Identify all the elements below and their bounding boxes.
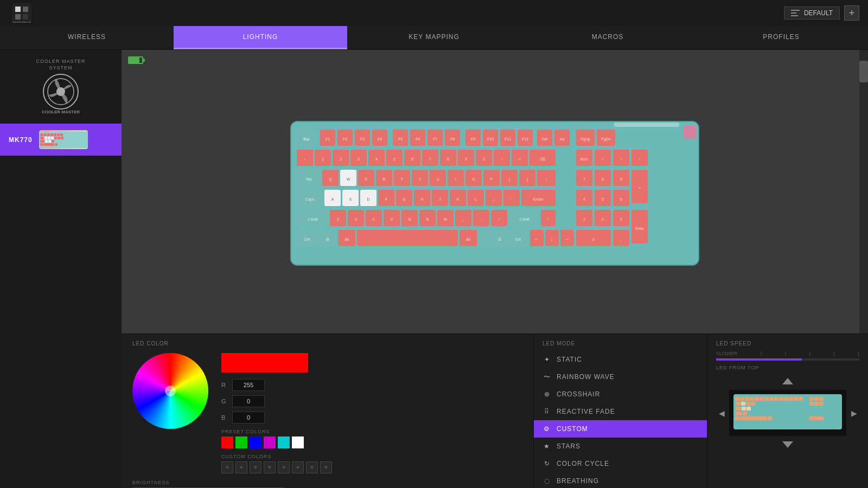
color-preview [221, 353, 308, 373]
topbar-left: MASTERPLUS [9, 0, 35, 26]
svg-text:←: ← [534, 236, 539, 242]
svg-text:T: T [401, 177, 404, 181]
mode-reactive-fade[interactable]: ⠿ REACTIVE FADE [534, 403, 707, 420]
svg-text:.: . [481, 217, 482, 221]
mode-static[interactable]: ✦ STATIC [534, 351, 707, 368]
keyboard-svg: Esc F1 F2 F3 F4 F5 F6 F7 [289, 116, 701, 268]
custom-colors-row: + + + + + + + + [221, 461, 522, 473]
svg-rect-3 [15, 14, 21, 20]
tab-lighting[interactable]: LIGHTING [174, 26, 347, 49]
svg-rect-17 [50, 133, 53, 136]
svg-rect-38 [684, 126, 697, 139]
keyboard-preview-wrapper: ◀ [716, 390, 859, 436]
b-label: B [221, 414, 228, 421]
svg-text:U: U [436, 177, 439, 181]
svg-text:⊞: ⊞ [326, 237, 329, 241]
mode-custom[interactable]: ⚙ CUSTOM [534, 420, 707, 438]
svg-text:Enter: Enter [533, 197, 543, 202]
mode-color-cycle[interactable]: ↻ COLOR CYCLE [534, 455, 707, 472]
r-slider-row: R 255 [221, 379, 522, 391]
svg-rect-34 [55, 143, 58, 146]
svg-text:J: J [439, 197, 441, 201]
svg-text:Enter: Enter [635, 227, 644, 230]
svg-text:F11: F11 [505, 137, 511, 141]
add-profile-button[interactable]: + [844, 5, 859, 21]
profile-selector[interactable]: DEFAULT [784, 7, 840, 20]
topbar: MASTERPLUS DEFAULT + [0, 0, 868, 26]
custom-slot-5[interactable]: + [278, 461, 290, 473]
mode-rainbow-wave[interactable]: 〜 RAINBOW WAVE [534, 368, 707, 386]
svg-text:4: 4 [375, 157, 378, 161]
svg-text:7: 7 [583, 177, 585, 181]
mode-breathing[interactable]: ◌ BREATHING [534, 472, 707, 488]
r-value[interactable]: 255 [232, 379, 265, 391]
svg-rect-244 [769, 397, 774, 401]
svg-rect-243 [764, 397, 769, 401]
scrollbar[interactable] [859, 50, 868, 333]
svg-rect-240 [750, 397, 754, 401]
custom-slot-1[interactable]: + [221, 461, 233, 473]
speed-up-button[interactable] [716, 375, 859, 388]
svg-text:Alt: Alt [466, 237, 470, 241]
masterplus-logo: MASTERPLUS [9, 0, 35, 26]
svg-rect-22 [44, 137, 47, 139]
preset-cyan[interactable] [278, 436, 290, 448]
brightness-section: BRIGHTNESS [132, 480, 522, 488]
preview-prev-button[interactable]: ◀ [716, 390, 727, 436]
svg-text:3: 3 [620, 217, 622, 221]
preview-next-button[interactable]: ▶ [848, 390, 859, 436]
svg-rect-265 [819, 397, 824, 401]
static-icon: ✦ [542, 355, 551, 364]
svg-rect-262 [768, 416, 772, 420]
svg-text:M: M [444, 217, 447, 221]
tab-wireless[interactable]: WIRELESS [0, 26, 174, 49]
speed-down-button[interactable] [716, 438, 859, 451]
preset-red[interactable] [221, 436, 233, 448]
led-speed-panel: LED SPEED SLOWER | | | | | LED FROM TOP [707, 334, 868, 488]
tab-profiles[interactable]: PROFILES [694, 26, 868, 49]
topbar-right: DEFAULT + [784, 5, 859, 21]
svg-text:/: / [602, 157, 603, 161]
custom-slot-2[interactable]: + [235, 461, 247, 473]
svg-rect-255 [735, 407, 741, 410]
preset-magenta[interactable] [264, 436, 276, 448]
svg-text:F4: F4 [378, 137, 382, 141]
svg-text:': ' [511, 197, 512, 201]
svg-text:H: H [420, 197, 423, 201]
device-mk770[interactable]: MK770 [0, 124, 122, 156]
svg-text:~: ~ [304, 157, 306, 161]
svg-text:F12: F12 [522, 137, 528, 141]
brand-label: COOLER MASTER SYSTEM [36, 59, 85, 71]
custom-slot-7[interactable]: + [306, 461, 318, 473]
g-value[interactable]: 0 [232, 395, 265, 407]
svg-text:,: , [463, 217, 464, 221]
b-slider-row: B 0 [221, 412, 522, 423]
mode-crosshair[interactable]: ⊕ CROSSHAIR [534, 386, 707, 403]
preset-white[interactable] [292, 436, 304, 448]
custom-slot-8[interactable]: + [320, 461, 332, 473]
cooler-master-logo-svg: COOLER MASTER [34, 71, 88, 114]
scroll-thumb[interactable] [859, 61, 868, 82]
speed-bar[interactable] [716, 358, 859, 361]
svg-text:F6: F6 [416, 137, 420, 141]
preset-blue[interactable] [250, 436, 261, 448]
svg-rect-6 [791, 10, 800, 11]
svg-text:6: 6 [620, 197, 622, 201]
svg-text:/: / [499, 217, 500, 221]
color-wheel[interactable] [132, 353, 208, 429]
preset-green[interactable] [235, 436, 247, 448]
tab-key-mapping[interactable]: KEY MAPPING [347, 26, 521, 49]
custom-slot-3[interactable]: + [250, 461, 261, 473]
tab-macros[interactable]: MACROS [521, 26, 694, 49]
svg-text:B: B [409, 217, 411, 221]
custom-slot-4[interactable]: + [264, 461, 276, 473]
svg-text:↑: ↑ [547, 216, 550, 222]
speed-tick-slower: SLOWER [716, 351, 737, 356]
svg-rect-251 [735, 402, 741, 406]
mode-stars[interactable]: ★ STARS [534, 438, 707, 455]
content: Esc F1 F2 F3 F4 F5 F6 F7 [122, 50, 868, 488]
b-value[interactable]: 0 [232, 412, 265, 423]
svg-text:V: V [391, 217, 393, 221]
svg-text:O: O [472, 177, 475, 181]
custom-slot-6[interactable]: + [292, 461, 304, 473]
